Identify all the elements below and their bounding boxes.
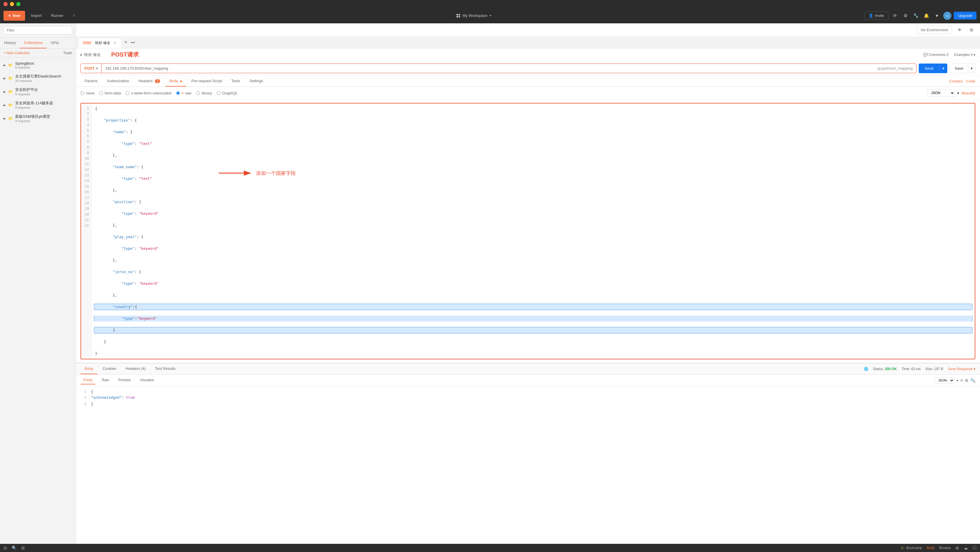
request-tab[interactable]: POST 映射-修改 ×: [78, 38, 122, 48]
resp-tab-pretty[interactable]: Pretty: [81, 376, 95, 384]
browse-button[interactable]: Browse: [939, 546, 951, 550]
tab-params[interactable]: Params: [81, 76, 102, 87]
method-chevron-icon: ▾: [96, 67, 98, 70]
import-button[interactable]: Import: [27, 11, 45, 20]
fork-button[interactable]: ⑂: [69, 11, 79, 20]
sidebar-tab-collections[interactable]: Collections: [20, 38, 47, 48]
build-button[interactable]: Build: [927, 546, 934, 550]
status-sidebar-icon[interactable]: ⊟: [3, 546, 7, 550]
send-dropdown-button[interactable]: ▾: [939, 63, 947, 73]
save-response-button[interactable]: Save Response ▾: [948, 367, 975, 371]
layout-icon[interactable]: ⊞: [956, 546, 959, 550]
workspace-button[interactable]: My Workspace ▾: [452, 11, 496, 20]
response-tab-cookies[interactable]: Cookies: [99, 363, 121, 374]
tab-body[interactable]: Body: [165, 76, 186, 87]
raw-option[interactable]: ● raw: [176, 91, 192, 95]
none-option[interactable]: none: [81, 91, 94, 95]
response-tab-body[interactable]: Body: [81, 363, 97, 374]
size-value: Size: 197 B: [926, 367, 943, 371]
tab-settings[interactable]: Settings: [245, 76, 267, 87]
info-icon[interactable]: ⓘ: [972, 545, 977, 550]
graphql-option[interactable]: GraphQL: [217, 91, 238, 95]
new-collection-button[interactable]: + New Collection: [3, 51, 30, 55]
code-editor[interactable]: 12345 678910 1112131415 1617181920 2122 …: [81, 103, 975, 359]
heart-button[interactable]: ♥: [933, 12, 941, 20]
resp-filter-button[interactable]: ≡: [961, 378, 963, 383]
tab-more-button[interactable]: •••: [130, 40, 137, 45]
main-layout: History Collections APIs + New Collectio…: [0, 23, 980, 544]
tab-close-button[interactable]: ×: [114, 41, 116, 45]
save-button[interactable]: Save: [950, 63, 968, 73]
comments-button[interactable]: 💬 Comments 0: [923, 53, 948, 57]
json-format-select[interactable]: JSON Text JavaScript HTML XML: [927, 89, 955, 97]
resp-tab-preview[interactable]: Preview: [115, 376, 134, 384]
search-input[interactable]: [3, 26, 72, 34]
user-avatar-button[interactable]: U: [943, 12, 951, 20]
collection-item-springboot[interactable]: ▶ 📁 SpringBoot 6 requests: [0, 59, 76, 71]
sidebar-tab-history[interactable]: History: [0, 38, 20, 48]
binary-option[interactable]: binary: [196, 91, 212, 95]
collection-item-security-risk[interactable]: ▶ 📁 安全风险库-114服务器 0 requests: [0, 98, 76, 112]
sync-button[interactable]: ⟳: [891, 12, 899, 20]
status-terminal-icon[interactable]: ⊞: [21, 546, 25, 550]
tab-headers[interactable]: Headers 9: [134, 76, 164, 87]
maximize-button[interactable]: [16, 2, 21, 6]
examples-button[interactable]: Examples 0 ▾: [955, 53, 975, 57]
runner-button[interactable]: Runner: [48, 11, 67, 20]
user-icon: 👤: [869, 13, 873, 18]
folder-icon: 📁: [8, 116, 13, 121]
folder-icon: 📁: [8, 76, 13, 81]
tab-name-label: 映射-修改: [95, 41, 110, 46]
response-tab-headers[interactable]: Headers (4): [122, 363, 150, 374]
settings-button[interactable]: ⚙: [901, 12, 909, 20]
form-data-option[interactable]: form-data: [99, 91, 121, 95]
tab-pre-request-script[interactable]: Pre-request Script: [187, 76, 226, 87]
toolbar-center: My Workspace ▾: [86, 11, 862, 20]
post-annotation: POST请求: [111, 51, 138, 59]
resp-search-button[interactable]: 🔍: [970, 378, 975, 383]
sidebar-tab-apis[interactable]: APIs: [47, 38, 63, 48]
tab-add-button[interactable]: +: [122, 39, 130, 46]
collection-item-security-platform[interactable]: ▶ 📁 安全防护平台 9 requests: [0, 85, 76, 98]
beautify-button[interactable]: Beautify: [962, 91, 975, 95]
sidebar-search: [0, 23, 76, 38]
method-button[interactable]: POST ▾: [81, 64, 101, 73]
resp-tab-raw[interactable]: Raw: [99, 376, 112, 384]
collection-item-elasticsearch[interactable]: ▶ 📁 全文搜索引擎ElasticSearch 16 requests: [0, 71, 76, 85]
minimize-button[interactable]: [10, 2, 14, 6]
breadcrumb: ▸ 映射-修改: [81, 52, 100, 57]
wrench-button[interactable]: 🔧: [912, 12, 920, 20]
status-search-icon[interactable]: 🔍: [12, 546, 17, 550]
cloud-icon[interactable]: ☁: [964, 546, 968, 550]
chevron-down-icon: ▾: [957, 379, 958, 382]
resp-copy-button[interactable]: ⧉: [965, 378, 968, 383]
action-buttons: Send ▾ Save ▾: [919, 63, 975, 73]
send-button[interactable]: Send: [919, 63, 939, 73]
request-tabs: Params Authorization Headers 9 Body Pre-…: [76, 76, 980, 87]
resp-tab-visualize[interactable]: Visualize: [137, 376, 157, 384]
tab-tests[interactable]: Tests: [227, 76, 244, 87]
cookies-link[interactable]: Cookies: [949, 76, 963, 86]
response-tab-test-results[interactable]: Test Results: [151, 363, 180, 374]
close-button[interactable]: [3, 2, 8, 6]
bootcamp-button[interactable]: 🎓 Bootcamp: [900, 546, 922, 550]
environment-select[interactable]: No Environment: [917, 25, 952, 34]
urlencoded-option[interactable]: x-www-form-urlencoded: [126, 91, 172, 95]
url-input[interactable]: [102, 64, 878, 73]
invite-button[interactable]: 👤 Invite: [864, 11, 888, 20]
code-link[interactable]: Code: [966, 76, 975, 86]
collection-item-ssm[interactable]: ▶ 📁 新版SSM项目yb课堂 9 requests: [0, 112, 76, 125]
bootcamp-icon: 🎓: [900, 546, 905, 550]
bell-button[interactable]: 🔔: [922, 12, 931, 20]
resp-json-select[interactable]: JSON: [934, 377, 955, 384]
trash-button[interactable]: Trash: [63, 51, 72, 55]
upgrade-button[interactable]: Upgrade: [954, 12, 977, 19]
save-dropdown-button[interactable]: ▾: [968, 63, 975, 73]
tab-authorization[interactable]: Authorization: [103, 76, 133, 87]
env-eye-button[interactable]: 👁: [956, 26, 964, 34]
titlebar-title: Postman: [482, 2, 497, 6]
new-button[interactable]: + New: [3, 11, 25, 21]
response-area: Body Cookies Headers (4) Test Results 🌐 …: [76, 363, 980, 410]
status-bar: ⊟ 🔍 ⊞ 🎓 Bootcamp Build Browse ⊞ ☁ ⓘ: [0, 544, 980, 552]
env-settings-button[interactable]: ⚙: [967, 26, 975, 34]
